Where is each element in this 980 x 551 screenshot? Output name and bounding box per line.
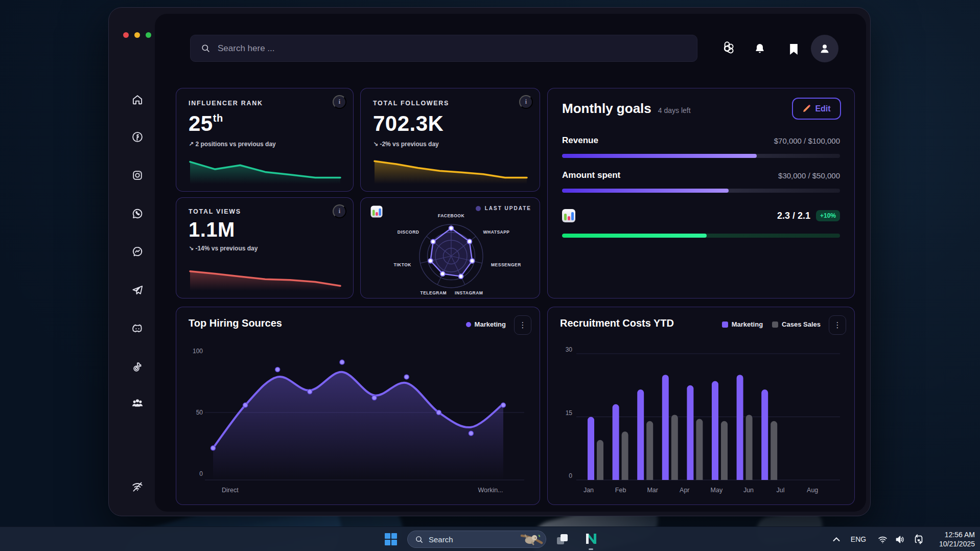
app-search[interactable] [190,35,697,62]
total-followers-card: TOTAL FOLLOWERS 702.3K ↘ -2% vs previous… [360,88,540,192]
sidebar-item-telegram[interactable] [122,282,153,299]
svg-text:INSTAGRAM: INSTAGRAM [455,290,483,295]
app-content-panel: INFLUENCER RANK 25th ↗ 2 positions vs pr… [155,14,866,512]
legend-swatch [772,322,778,328]
taskbar-clock[interactable]: 12:56 AM 10/21/2025 [939,530,975,548]
info-button[interactable]: i [333,204,346,218]
running-indicator [589,548,593,550]
svg-text:50: 50 [196,409,203,416]
total-views-card: TOTAL VIEWS 1.1M ↘ -14% vs previous day … [176,197,354,299]
sidebar-item-instagram[interactable] [122,167,153,183]
user-avatar[interactable] [811,35,838,62]
wifi-status[interactable] [876,534,889,545]
svg-text:Jan: Jan [584,487,594,494]
taskbar-app-notepad[interactable] [584,531,598,546]
svg-text:Apr: Apr [680,487,689,494]
svg-text:FACEBOOK: FACEBOOK [438,213,465,218]
search-icon [415,535,424,544]
language-indicator[interactable]: ENG [848,534,869,544]
kebab-menu[interactable]: ⋮ [514,315,531,335]
bookmarks-button[interactable] [785,41,802,57]
volume-status[interactable] [893,534,906,545]
trend-down-icon: ↘ [189,245,194,252]
legend-label: Marketing [732,320,763,328]
hiring-sources-line-chart: 050100DirectWorkin... [184,340,532,499]
svg-text:Mar: Mar [647,487,658,494]
svg-text:MESSENGER: MESSENGER [491,262,521,267]
revenue-progress-bar [562,154,840,158]
chart-title: Top Hiring Sources [189,317,282,329]
assistant-button[interactable] [719,40,735,57]
svg-text:Jun: Jun [743,487,754,494]
svg-text:Direct: Direct [222,487,239,494]
stat-label: TOTAL FOLLOWERS [373,100,527,107]
close-window-button[interactable] [123,32,129,38]
facebook-icon [131,130,144,144]
minimize-window-button[interactable] [134,32,140,38]
goal-value: $70,000 / $100,000 [774,136,840,145]
recruitment-costs-bar-chart: 01530JanFebMarAprMayJunJulAug [556,340,847,499]
sidebar-item-home[interactable] [122,91,153,108]
trend-down-icon: ↘ [373,141,378,148]
maximize-window-button[interactable] [146,32,151,38]
svg-text:15: 15 [566,409,573,417]
goal-value: $30,000 / $50,000 [778,171,840,180]
sidebar-item-tiktok[interactable] [122,359,153,375]
legend-swatch [722,322,728,328]
progress-fill [562,234,707,238]
task-view-icon [556,533,569,546]
top-hiring-sources-card: Top Hiring Sources Marketing ⋮ 050100Dir… [176,307,540,505]
svg-text:Feb: Feb [615,487,626,494]
taskbar-search-input[interactable] [429,535,515,544]
svg-text:Aug: Aug [807,487,818,494]
app-window: INFLUENCER RANK 25th ↗ 2 positions vs pr… [108,7,871,516]
info-button[interactable]: i [519,95,533,109]
chart-legend: Marketing [466,320,506,328]
stat-value: 1.1M [189,218,341,241]
sidebar-item-facebook[interactable] [122,129,153,145]
notifications-button[interactable] [752,40,768,57]
recruitment-costs-card: Recruitment Costs YTD Marketing Cases Sa… [547,307,855,505]
svg-text:DISCORD: DISCORD [398,229,419,235]
bar-chart-emoji-icon [562,209,575,222]
legend-dot [466,322,471,327]
discord-icon [131,322,144,335]
whatsapp-icon [131,207,144,220]
svg-text:0: 0 [199,470,203,477]
kebab-menu[interactable]: ⋮ [829,315,846,335]
sidebar-item-discord[interactable] [122,320,153,337]
task-view-button[interactable] [555,533,569,546]
telegram-icon [131,284,144,297]
wifi-off-icon [131,480,144,493]
group-icon [130,396,145,410]
stat-delta: ↗ 2 positions vs previous day [189,141,341,148]
start-button[interactable] [384,532,398,546]
volume-icon [895,534,905,545]
influencer-rank-sparkline [189,155,342,184]
wifi-icon [877,534,888,545]
battery-status[interactable] [912,534,926,545]
info-button[interactable]: i [333,95,346,109]
pencil-icon [802,104,811,113]
influencer-rank-card: INFLUENCER RANK 25th ↗ 2 positions vs pr… [176,88,354,192]
svg-text:WHATSAPP: WHATSAPP [483,229,510,235]
sidebar-item-offline[interactable] [122,478,153,495]
sidebar-item-messenger[interactable] [122,243,153,260]
notepad-app-icon [585,532,598,545]
windows-taskbar: ENG 12:56 AM 10/21/2025 [0,526,980,551]
stat-delta: ↘ -2% vs previous day [373,141,527,148]
taskbar-search[interactable] [407,531,546,548]
search-highlight-sloth-image [520,532,543,547]
svg-text:TELEGRAM: TELEGRAM [420,290,447,295]
sidebar-item-whatsapp[interactable] [122,205,153,222]
instagram-icon [131,169,144,182]
chart-legend: Marketing Cases Sales [722,320,821,328]
bell-icon [754,42,766,55]
stat-value-suffix: th [213,112,223,124]
sidebar-item-group[interactable] [122,395,153,411]
tray-expand-button[interactable] [831,535,842,544]
svg-text:30: 30 [566,346,573,353]
edit-goals-button[interactable]: Edit [792,98,841,120]
status-badge: +10% [816,210,840,221]
search-input[interactable] [218,43,687,54]
